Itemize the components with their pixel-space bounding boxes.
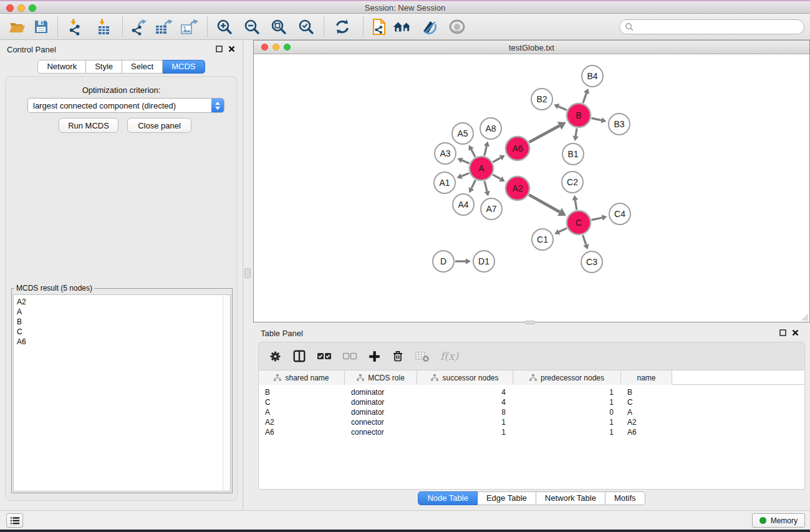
tab-node-table[interactable]: Node Table [418, 491, 478, 505]
graph-edge-A-A3[interactable] [462, 160, 470, 163]
column-header-successor-nodes[interactable]: successor nodes [417, 370, 513, 385]
table-row[interactable]: Cdominator41C [259, 397, 804, 407]
table-row[interactable]: Bdominator41B [259, 387, 804, 397]
vertical-splitter-handle[interactable] [244, 268, 251, 278]
tab-edge-table[interactable]: Edge Table [478, 491, 536, 505]
tab-mcds[interactable]: MCDS [163, 60, 205, 74]
graph-node-C3[interactable]: C3 [581, 251, 602, 273]
network-file-button[interactable] [369, 17, 389, 36]
export-image-button[interactable] [180, 17, 200, 36]
birds-eye-view-button[interactable] [447, 17, 467, 36]
graph-node-B2[interactable]: B2 [531, 89, 552, 110]
graph-edge-A-A1[interactable] [461, 173, 469, 177]
table-row[interactable]: Adominator80A [259, 407, 804, 417]
column-header-MCDS-role[interactable]: MCDS role [345, 370, 417, 385]
graph-node-D1[interactable]: D1 [473, 251, 494, 272]
save-session-button[interactable] [31, 17, 51, 36]
function-builder-icon[interactable]: f(x) [440, 350, 458, 362]
import-table-button[interactable] [94, 17, 113, 36]
delete-table-icon[interactable] [415, 350, 430, 362]
close-panel-button[interactable]: Close panel [127, 118, 191, 133]
column-header-predecessor-nodes[interactable]: predecessor nodes [513, 370, 621, 385]
graph-edge-B-B1[interactable] [576, 128, 577, 137]
add-column-icon[interactable] [368, 350, 381, 363]
hide-annotations-button[interactable] [420, 17, 440, 36]
run-mcds-button[interactable]: Run MCDS [59, 118, 118, 133]
float-icon[interactable] [779, 329, 786, 336]
table-row[interactable]: A6connector11A6 [259, 427, 804, 437]
graph-node-B[interactable]: B [567, 104, 591, 127]
settings-gear-icon[interactable] [269, 350, 282, 363]
graph-node-B3[interactable]: B3 [609, 114, 630, 135]
graph-node-A8[interactable]: A8 [480, 118, 501, 139]
tab-motifs[interactable]: Motifs [605, 491, 645, 505]
graph-node-B4[interactable]: B4 [582, 65, 603, 87]
delete-icon[interactable] [392, 349, 404, 363]
search-input[interactable] [634, 22, 799, 31]
graph-edge-A-A4[interactable] [471, 180, 476, 188]
graph-edge-B-B4[interactable] [583, 93, 587, 103]
network-window-titlebar[interactable]: testGlobe.txt [254, 41, 809, 54]
graph-edge-C-C3[interactable] [583, 235, 586, 245]
deselect-all-icon[interactable] [342, 351, 357, 361]
graph-node-A3[interactable]: A3 [435, 143, 456, 164]
graph-node-C1[interactable]: C1 [532, 229, 553, 250]
zoom-selected-button[interactable] [296, 17, 316, 36]
import-network-button[interactable] [65, 17, 85, 36]
column-header-shared-name[interactable]: shared name [259, 370, 345, 385]
mcds-result-list[interactable]: A2ABCA6 [13, 294, 231, 491]
graph-edge-A2-C[interactable] [529, 195, 559, 212]
graph-node-A[interactable]: A [470, 157, 493, 180]
tab-network-table[interactable]: Network Table [536, 491, 605, 505]
graph-node-C[interactable]: C [567, 211, 591, 235]
export-network-button[interactable] [128, 17, 148, 36]
graph-edge-A-A7[interactable] [485, 181, 487, 191]
float-icon[interactable] [216, 46, 223, 52]
tab-style[interactable]: Style [86, 60, 122, 74]
network-canvas[interactable]: B4B2BB3A5A8A6A3B1AA1C2A2A4A7CC4C1C3DD1 [254, 54, 809, 322]
graph-edge-C-C2[interactable] [575, 200, 576, 210]
graph-edge-A6-B[interactable] [529, 126, 559, 142]
graph-edge-A-A2[interactable] [493, 175, 500, 179]
memory-button[interactable]: Memory [752, 513, 805, 528]
graph-node-A2[interactable]: A2 [506, 177, 529, 200]
result-scrollbar[interactable] [223, 294, 231, 491]
tab-select[interactable]: Select [122, 60, 163, 74]
show-columns-icon[interactable] [292, 349, 306, 363]
tab-network[interactable]: Network [37, 60, 86, 74]
close-icon[interactable] [792, 329, 799, 336]
select-all-icon[interactable] [317, 351, 332, 361]
graph-edge-C-C1[interactable] [559, 228, 567, 232]
graph-node-B1[interactable]: B1 [562, 143, 584, 165]
graph-edge-C-C4[interactable] [592, 218, 602, 220]
task-history-button[interactable] [6, 513, 23, 528]
open-session-button[interactable] [7, 17, 27, 36]
graph-node-A1[interactable]: A1 [434, 172, 455, 193]
table-row[interactable]: A2connector11A2 [259, 417, 804, 427]
home-button[interactable] [393, 17, 413, 36]
zoom-in-button[interactable] [215, 17, 234, 36]
column-header-name[interactable]: name [621, 370, 672, 385]
graph-node-A4[interactable]: A4 [453, 194, 474, 215]
zoom-out-button[interactable] [242, 17, 262, 36]
graph-edge-B-B3[interactable] [592, 118, 602, 120]
graph-edge-A-A5[interactable] [471, 150, 475, 157]
graph-edge-B-B2[interactable] [559, 107, 567, 110]
graph-node-A6[interactable]: A6 [506, 137, 529, 160]
graph-edge-A-A6[interactable] [493, 158, 500, 162]
graph-node-D[interactable]: D [433, 251, 454, 272]
close-icon[interactable] [228, 46, 235, 52]
network-graph[interactable]: B4B2BB3A5A8A6A3B1AA1C2A2A4A7CC4C1C3DD1 [254, 54, 809, 322]
criterion-dropdown[interactable]: largest connected component (directed) [27, 98, 224, 113]
graph-node-A5[interactable]: A5 [452, 123, 473, 144]
refresh-button[interactable] [332, 17, 352, 36]
table-cell: B [259, 388, 345, 397]
zoom-fit-button[interactable] [269, 17, 289, 36]
export-table-button[interactable] [154, 17, 174, 36]
graph-node-C4[interactable]: C4 [609, 203, 630, 225]
resize-grip-icon[interactable] [800, 312, 809, 321]
graph-edge-A-A8[interactable] [485, 146, 487, 155]
graph-node-C2[interactable]: C2 [562, 172, 583, 193]
horizontal-splitter-handle[interactable] [525, 321, 535, 324]
graph-node-A7[interactable]: A7 [481, 198, 502, 220]
